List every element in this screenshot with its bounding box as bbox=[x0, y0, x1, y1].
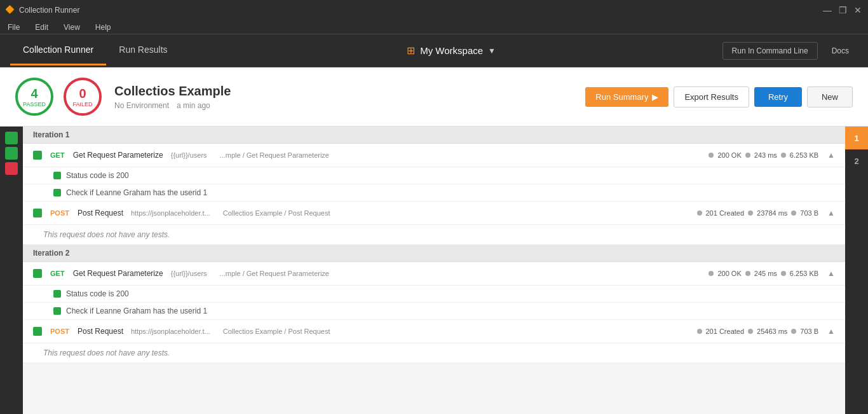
size-indicator-dot bbox=[791, 329, 796, 334]
request-name: Post Request bbox=[78, 209, 123, 217]
sidebar-dot-1[interactable] bbox=[5, 132, 18, 144]
request-path: ...mple / Get Request Parameterize bbox=[220, 151, 704, 159]
menu-help[interactable]: Help bbox=[93, 22, 114, 33]
new-button[interactable]: New bbox=[807, 86, 853, 107]
request-path: ...mple / Get Request Parameterize bbox=[220, 270, 704, 277]
menu-view[interactable]: View bbox=[61, 22, 83, 33]
test-name: Check if Leanne Graham has the userid 1 bbox=[66, 307, 207, 315]
test-indicator bbox=[53, 189, 61, 197]
request-row-0-0[interactable]: GETGet Request Parameterize{{url}}/users… bbox=[23, 144, 845, 167]
time-text: 23784 ms bbox=[757, 209, 787, 217]
passed-label: PASSED bbox=[23, 101, 46, 107]
workspace-label: My Workspace bbox=[420, 45, 483, 56]
request-name: Get Request Parameterize bbox=[73, 269, 163, 278]
menu-bar: File Edit View Help bbox=[0, 20, 868, 34]
collection-info: Collectios Example No Environment a min … bbox=[114, 84, 585, 110]
sidebar-dot-2[interactable] bbox=[5, 147, 18, 160]
request-row-1-1[interactable]: POSTPost Requesthttps://jsonplaceholder.… bbox=[23, 320, 845, 343]
size-indicator-dot bbox=[781, 153, 786, 158]
run-command-line-button[interactable]: Run In Command Line bbox=[722, 42, 818, 60]
tab-run-results[interactable]: Run Results bbox=[106, 36, 180, 66]
workspace-grid-icon: ⊞ bbox=[407, 45, 415, 57]
time-indicator-dot bbox=[745, 153, 750, 158]
collection-meta: No Environment a min ago bbox=[114, 101, 585, 110]
iteration-number-1[interactable]: 1 bbox=[845, 127, 868, 149]
expand-button[interactable]: ▲ bbox=[827, 269, 835, 278]
header-right: Run In Command Line Docs bbox=[722, 42, 858, 60]
workspace-switcher[interactable]: ⊞ My Workspace ▼ bbox=[180, 45, 722, 57]
iteration-header-2: Iteration 2 bbox=[23, 245, 845, 262]
request-row-1-0[interactable]: GETGet Request Parameterize{{url}}/users… bbox=[23, 262, 845, 286]
test-name: Status code is 200 bbox=[66, 171, 129, 180]
workspace-chevron-icon: ▼ bbox=[488, 46, 496, 55]
test-row-0-0-1: Check if Leanne Graham has the userid 1 bbox=[23, 184, 845, 202]
title-bar: 🔶 Collection Runner — ❐ ✕ bbox=[0, 0, 868, 20]
test-name: Status code is 200 bbox=[66, 289, 129, 298]
header-nav: Collection Runner Run Results bbox=[10, 36, 180, 66]
request-url: {{url}}/users bbox=[171, 151, 207, 159]
docs-button[interactable]: Docs bbox=[823, 43, 858, 59]
passed-circle: 4 PASSED bbox=[15, 78, 53, 116]
maximize-button[interactable]: ❐ bbox=[837, 5, 848, 15]
time-indicator-dot bbox=[748, 329, 753, 334]
request-status-area: 201 Created25463 ms703 B▲ bbox=[697, 327, 836, 336]
method-badge: GET bbox=[47, 150, 68, 160]
status-text: 200 OK bbox=[717, 270, 741, 277]
request-path: Collectios Example / Post Request bbox=[223, 209, 692, 217]
window-controls: — ❐ ✕ bbox=[822, 5, 863, 15]
expand-button[interactable]: ▲ bbox=[827, 151, 835, 160]
title-bar-title: Collection Runner bbox=[19, 6, 822, 15]
failed-count: 0 bbox=[79, 86, 86, 101]
app-icon: 🔶 bbox=[5, 5, 15, 15]
sidebar-dot-3[interactable] bbox=[5, 162, 18, 175]
iteration-header-1: Iteration 1 bbox=[23, 127, 845, 144]
test-row-0-0-0: Status code is 200 bbox=[23, 167, 845, 184]
passed-count: 4 bbox=[31, 86, 37, 101]
request-url: https://jsonplaceholder.t... bbox=[131, 328, 210, 335]
minimize-button[interactable]: — bbox=[822, 5, 832, 15]
method-badge: POST bbox=[47, 208, 72, 218]
test-row-1-0-0: Status code is 200 bbox=[23, 286, 845, 303]
collection-actions: Run Summary ▶ Export Results Retry New bbox=[585, 86, 853, 107]
method-badge: POST bbox=[47, 326, 72, 336]
expand-button[interactable]: ▲ bbox=[827, 209, 835, 217]
size-text: 6.253 KB bbox=[790, 270, 818, 277]
export-results-button[interactable]: Export Results bbox=[674, 86, 749, 107]
results-content: Iteration 1GETGet Request Parameterize{{… bbox=[23, 127, 845, 414]
time-indicator-dot bbox=[745, 271, 750, 276]
status-indicator-dot bbox=[709, 271, 714, 276]
no-tests-row: This request does not have any tests. bbox=[23, 343, 845, 363]
status-text: 201 Created bbox=[706, 209, 745, 217]
collection-environment: No Environment bbox=[114, 101, 169, 110]
request-status-area: 201 Created23784 ms703 B▲ bbox=[697, 209, 836, 217]
expand-button[interactable]: ▲ bbox=[827, 327, 835, 336]
results-area: Iteration 1GETGet Request Parameterize{{… bbox=[0, 127, 868, 414]
request-path: Collectios Example / Post Request bbox=[223, 328, 692, 335]
test-indicator bbox=[53, 307, 61, 315]
retry-button[interactable]: Retry bbox=[754, 87, 802, 107]
test-indicator bbox=[53, 290, 61, 298]
status-indicator-dot bbox=[697, 210, 702, 216]
status-indicator-dot bbox=[697, 329, 702, 334]
iteration-number-2[interactable]: 2 bbox=[845, 149, 868, 172]
time-text: 243 ms bbox=[754, 151, 777, 159]
no-tests-row: This request does not have any tests. bbox=[23, 225, 845, 245]
right-sidebar: 12 bbox=[845, 127, 868, 414]
run-summary-chevron-icon: ▶ bbox=[652, 92, 658, 102]
time-text: 245 ms bbox=[754, 270, 777, 277]
method-badge: GET bbox=[47, 268, 68, 279]
request-url: https://jsonplaceholder.t... bbox=[131, 209, 210, 217]
run-summary-label: Run Summary bbox=[595, 92, 648, 102]
run-summary-button[interactable]: Run Summary ▶ bbox=[585, 87, 668, 107]
tab-collection-runner[interactable]: Collection Runner bbox=[10, 36, 106, 66]
menu-edit[interactable]: Edit bbox=[32, 22, 51, 33]
menu-file[interactable]: File bbox=[5, 22, 22, 33]
size-indicator-dot bbox=[791, 210, 796, 216]
test-row-1-0-1: Check if Leanne Graham has the userid 1 bbox=[23, 303, 845, 320]
close-button[interactable]: ✕ bbox=[853, 5, 863, 15]
size-indicator-dot bbox=[781, 271, 786, 276]
request-row-0-1[interactable]: POSTPost Requesthttps://jsonplaceholder.… bbox=[23, 202, 845, 225]
request-indicator bbox=[33, 209, 42, 217]
collection-name: Collectios Example bbox=[114, 84, 585, 99]
time-indicator-dot bbox=[748, 210, 753, 216]
